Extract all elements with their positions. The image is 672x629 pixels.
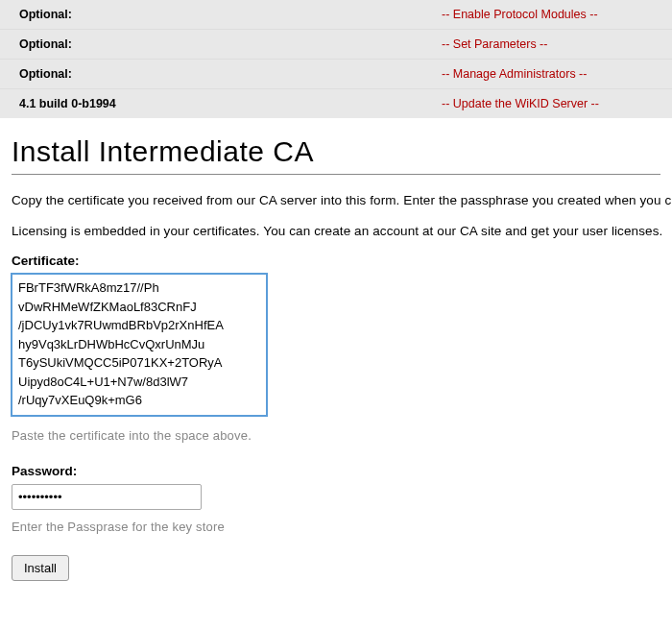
page-title: Install Intermediate CA — [12, 135, 660, 168]
install-button[interactable]: Install — [12, 555, 69, 581]
enable-protocol-modules-link[interactable]: -- Enable Protocol Modules -- — [442, 8, 598, 21]
setup-row: Optional: -- Manage Administrators -- — [0, 60, 672, 89]
update-wikid-server-link[interactable]: -- Update the WiKID Server -- — [442, 97, 599, 110]
manage-administrators-link[interactable]: -- Manage Administrators -- — [442, 67, 587, 81]
password-label: Password: — [12, 464, 660, 478]
certificate-hint: Paste the certificate into the space abo… — [12, 428, 660, 443]
divider — [12, 174, 660, 175]
main-content: Install Intermediate CA Copy the certifi… — [0, 135, 672, 581]
certificate-label: Certificate: — [12, 254, 660, 268]
password-input[interactable] — [12, 484, 202, 510]
setup-row-label: Optional: — [19, 67, 442, 81]
intro-paragraph-2: Licensing is embedded in your certificat… — [12, 223, 660, 240]
password-hint: Enter the Passprase for the key store — [12, 520, 660, 534]
setup-row: Optional: -- Enable Protocol Modules -- — [0, 0, 672, 30]
setup-row: Optional: -- Set Parameters -- — [0, 30, 672, 60]
setup-steps-table: Optional: -- Enable Protocol Modules -- … — [0, 0, 672, 118]
set-parameters-link[interactable]: -- Set Parameters -- — [442, 37, 547, 51]
intro-paragraph-1: Copy the certificate you received from o… — [12, 192, 660, 209]
setup-row-label: Optional: — [19, 8, 442, 21]
setup-row-label: Optional: — [19, 37, 442, 51]
certificate-textarea[interactable] — [12, 274, 267, 416]
setup-row: 4.1 build 0-b1994 -- Update the WiKID Se… — [0, 89, 672, 118]
build-version-label: 4.1 build 0-b1994 — [19, 97, 442, 110]
